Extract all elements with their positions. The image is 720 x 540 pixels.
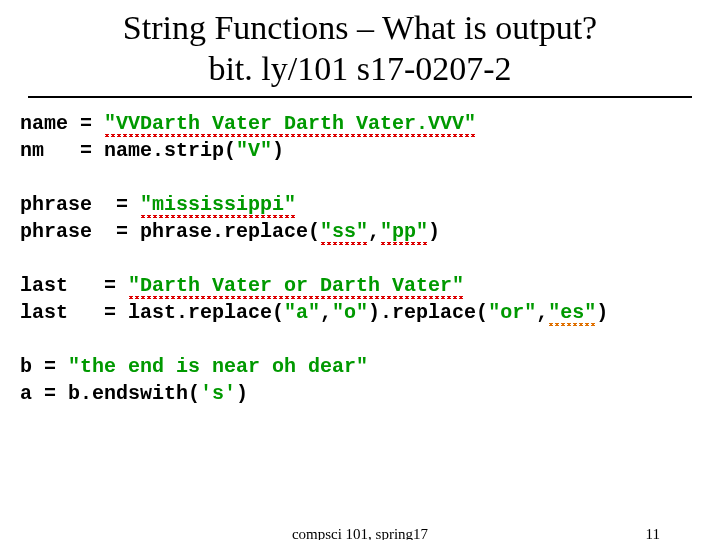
code-text: , <box>320 301 332 324</box>
footer-course: compsci 101, spring17 <box>292 526 428 540</box>
string-literal: "V" <box>236 139 272 162</box>
code-text: ) <box>596 301 608 324</box>
string-literal: "the end is near oh dear" <box>68 355 368 378</box>
code-text: ).replace( <box>368 301 488 324</box>
code-block: name = "VVDarth Vater Darth Vater.VVV" n… <box>0 98 720 407</box>
string-literal: 's' <box>200 382 236 405</box>
code-text: ) <box>272 139 284 162</box>
slide-title: String Functions – What is output? bit. … <box>28 0 692 98</box>
string-literal: "pp" <box>380 220 428 245</box>
footer-page: 11 <box>646 526 660 540</box>
code-text: last = last.replace( <box>20 301 284 324</box>
code-text: ) <box>428 220 440 243</box>
code-text: phrase = <box>20 193 140 216</box>
title-line2: bit. ly/101 s17-0207-2 <box>208 50 511 87</box>
title-line1: String Functions – What is output? <box>123 9 597 46</box>
string-literal: "mississippi" <box>140 193 296 218</box>
string-literal: "a" <box>284 301 320 324</box>
code-text: , <box>368 220 380 243</box>
code-text: name = <box>20 112 104 135</box>
code-text: nm = name.strip( <box>20 139 236 162</box>
code-text: a = b.endswith( <box>20 382 200 405</box>
code-text: , <box>536 301 548 324</box>
string-literal: "es" <box>548 301 596 326</box>
code-text: phrase = phrase.replace( <box>20 220 320 243</box>
string-literal: "o" <box>332 301 368 324</box>
string-literal: "or" <box>488 301 536 324</box>
code-text: last = <box>20 274 128 297</box>
string-literal: "Darth Vater or Darth Vater" <box>128 274 464 299</box>
string-literal: "VVDarth Vater Darth Vater.VVV" <box>104 112 476 137</box>
code-text: ) <box>236 382 248 405</box>
code-text: b = <box>20 355 68 378</box>
string-literal: "ss" <box>320 220 368 245</box>
